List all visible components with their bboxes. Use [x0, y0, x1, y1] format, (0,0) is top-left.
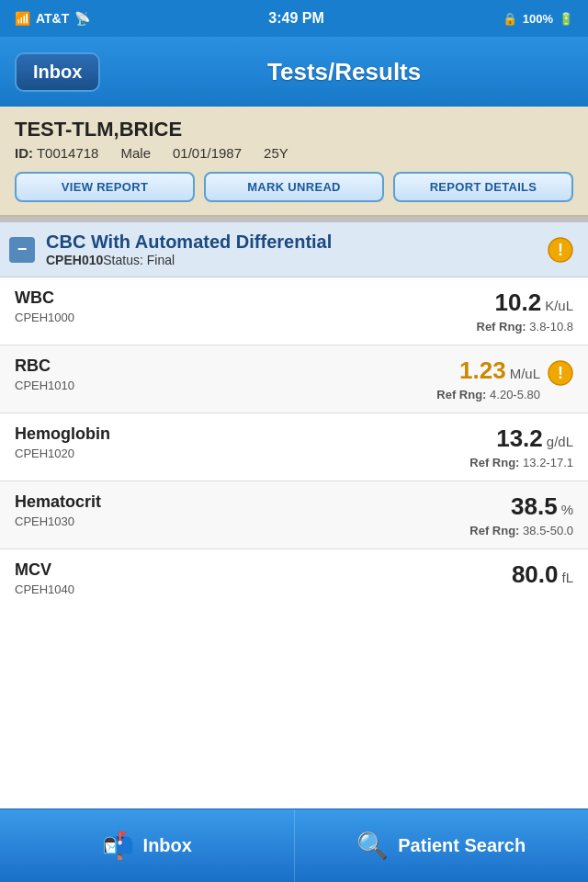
- result-value-mcv: 80.0 fL: [512, 560, 573, 589]
- result-name-mcv: MCV: [15, 560, 74, 580]
- rbc-warning-icon: !: [548, 360, 573, 386]
- wifi-icon: 📡: [74, 11, 90, 26]
- report-details-button[interactable]: REPORT DETAILS: [393, 172, 573, 202]
- result-unit-hemoglobin: g/dL: [547, 434, 573, 449]
- result-left-hematocrit: Hematocrit CPEH1030: [15, 492, 101, 528]
- ref-label-hematocrit: Ref Rng:: [469, 524, 519, 537]
- result-right-hemoglobin: 13.2 g/dL Ref Rng: 13.2-17.1: [469, 424, 573, 469]
- results-list: WBC CPEH1000 10.2 K/uL Ref Rng: 3.8-10.8…: [0, 277, 588, 607]
- mark-unread-button[interactable]: MARK UNREAD: [204, 172, 384, 202]
- patient-sex: Male: [120, 145, 151, 161]
- lock-icon: 🔒: [503, 12, 517, 26]
- result-value-rbc: 1.23 M/uL: [436, 356, 540, 385]
- header: Inbox Tests/Results: [0, 37, 588, 107]
- patient-name: TEST-TLM,BRICE: [15, 118, 573, 141]
- time-label: 3:49 PM: [268, 10, 323, 27]
- ref-label-rbc: Ref Rng:: [436, 388, 486, 401]
- result-code-mcv: CPEH1040: [15, 582, 74, 596]
- result-code-hemoglobin: CPEH1020: [15, 447, 110, 460]
- result-name-rbc: RBC: [15, 356, 74, 376]
- cbc-status-value: Final: [147, 253, 175, 267]
- status-right: 🔒 100% 🔋: [503, 12, 573, 26]
- battery-label: 100%: [523, 12, 553, 26]
- result-unit-hematocrit: %: [561, 502, 573, 517]
- result-value-wbc: 10.2 K/uL: [477, 288, 574, 317]
- patient-id: ID: T0014718: [15, 145, 98, 161]
- result-number-hemoglobin: 13.2: [496, 424, 543, 453]
- result-value-hematocrit: 38.5 %: [469, 492, 573, 521]
- result-row-right-rbc: 1.23 M/uL Ref Rng: 4.20-5.80 !: [436, 356, 573, 401]
- cbc-section-header: − CBC With Automated Differential CPEH01…: [0, 222, 588, 277]
- result-left-rbc: RBC CPEH1010: [15, 356, 74, 392]
- id-label: ID:: [15, 145, 33, 161]
- cbc-warning-icon: !: [548, 237, 573, 263]
- result-ref-rbc: Ref Rng: 4.20-5.80: [436, 388, 540, 401]
- result-right-hematocrit: 38.5 % Ref Rng: 38.5-50.0: [469, 492, 573, 537]
- battery-icon: 🔋: [559, 12, 573, 26]
- id-value: T0014718: [37, 145, 99, 161]
- cbc-info: CBC With Automated Differential CPEH010S…: [46, 232, 537, 267]
- table-row: Hematocrit CPEH1030 38.5 % Ref Rng: 38.5…: [0, 481, 588, 549]
- bottom-navigation: 📬 Inbox 🔍 Patient Search: [0, 808, 588, 882]
- result-unit-mcv: fL: [561, 570, 573, 585]
- table-row: WBC CPEH1000 10.2 K/uL Ref Rng: 3.8-10.8: [0, 277, 588, 345]
- view-report-button[interactable]: VIEW REPORT: [15, 172, 195, 202]
- collapse-button[interactable]: −: [9, 237, 35, 263]
- result-ref-hematocrit: Ref Rng: 38.5-50.0: [469, 524, 573, 537]
- search-nav-label: Patient Search: [398, 835, 526, 856]
- result-right-rbc: 1.23 M/uL Ref Rng: 4.20-5.80: [436, 356, 540, 401]
- result-code-wbc: CPEH1000: [15, 311, 74, 324]
- nav-item-inbox[interactable]: 📬 Inbox: [0, 809, 295, 882]
- result-code-hematocrit: CPEH1030: [15, 514, 101, 528]
- status-bar: 📶 AT&T 📡 3:49 PM 🔒 100% 🔋: [0, 0, 588, 37]
- result-number-wbc: 10.2: [495, 288, 542, 317]
- svg-text:!: !: [558, 364, 563, 382]
- inbox-nav-icon: 📬: [102, 831, 134, 861]
- patient-dob: 01/01/1987: [173, 145, 242, 161]
- result-code-rbc: CPEH1010: [15, 379, 74, 392]
- cbc-code: CPEH010: [46, 253, 103, 267]
- table-row: MCV CPEH1040 80.0 fL: [0, 549, 588, 607]
- cbc-status: CPEH010Status: Final: [46, 253, 537, 267]
- inbox-nav-label: Inbox: [143, 835, 192, 856]
- result-right-mcv: 80.0 fL: [512, 560, 573, 589]
- result-left-mcv: MCV CPEH1040: [15, 560, 74, 596]
- result-number-mcv: 80.0: [512, 560, 559, 589]
- result-unit-rbc: M/uL: [510, 366, 540, 381]
- result-name-wbc: WBC: [15, 288, 74, 308]
- search-nav-icon: 🔍: [356, 831, 389, 861]
- result-ref-hemoglobin: Ref Rng: 13.2-17.1: [469, 456, 573, 469]
- ref-label-wbc: Ref Rng:: [477, 320, 526, 334]
- result-number-rbc: 1.23: [459, 356, 506, 385]
- result-left-wbc: WBC CPEH1000: [15, 288, 74, 324]
- patient-actions: VIEW REPORT MARK UNREAD REPORT DETAILS: [15, 172, 573, 202]
- nav-item-patient-search[interactable]: 🔍 Patient Search: [295, 809, 589, 882]
- table-row: RBC CPEH1010 1.23 M/uL Ref Rng: 4.20-5.8…: [0, 345, 588, 413]
- result-ref-wbc: Ref Rng: 3.8-10.8: [477, 320, 574, 334]
- result-unit-wbc: K/uL: [545, 298, 573, 313]
- patient-age: 25Y: [264, 145, 288, 161]
- result-right-wbc: 10.2 K/uL Ref Rng: 3.8-10.8: [477, 288, 574, 334]
- result-left-hemoglobin: Hemoglobin CPEH1020: [15, 424, 110, 460]
- result-name-hemoglobin: Hemoglobin: [15, 424, 110, 444]
- result-value-hemoglobin: 13.2 g/dL: [469, 424, 573, 453]
- result-number-hematocrit: 38.5: [511, 492, 558, 521]
- cbc-title: CBC With Automated Differential: [46, 232, 537, 253]
- svg-text:!: !: [558, 241, 563, 259]
- carrier-label: AT&T: [36, 11, 69, 26]
- result-name-hematocrit: Hematocrit: [15, 492, 101, 512]
- status-left: 📶 AT&T 📡: [15, 11, 90, 26]
- inbox-button[interactable]: Inbox: [15, 52, 100, 92]
- ref-label-hemoglobin: Ref Rng:: [469, 456, 519, 469]
- page-title: Tests/Results: [115, 58, 573, 86]
- patient-details: ID: T0014718 Male 01/01/1987 25Y: [15, 145, 573, 161]
- signal-icon: 📶: [15, 11, 30, 26]
- patient-info-section: TEST-TLM,BRICE ID: T0014718 Male 01/01/1…: [0, 107, 588, 217]
- table-row: Hemoglobin CPEH1020 13.2 g/dL Ref Rng: 1…: [0, 413, 588, 481]
- cbc-status-label: Status:: [103, 253, 143, 267]
